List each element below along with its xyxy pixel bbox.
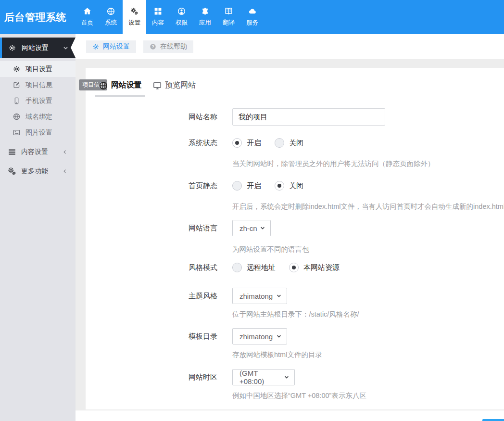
field-help: 位于网站主站根目录下：/static/风格名称/	[232, 310, 504, 319]
bars-icon	[8, 148, 16, 156]
tab-preview-website[interactable]: 预览网站	[153, 80, 196, 97]
field-control: zh-cn	[232, 220, 271, 236]
radio-selected[interactable]	[232, 138, 242, 148]
nav-item-home[interactable]: 首页	[76, 0, 99, 34]
form-footer-bar	[76, 410, 504, 421]
grid-icon	[154, 7, 162, 15]
settings-form: 网站名称 系统状态 开启 关闭	[86, 108, 504, 400]
settings-panel: 网站设置 预览网站 网站名称 系统状态 开启	[86, 68, 504, 409]
template-dir-select[interactable]: zhimatong	[232, 328, 287, 344]
svg-text:?: ?	[151, 44, 154, 49]
field-label: 风格模式	[86, 263, 232, 272]
field-help: 存放网站模板html文件的目录	[232, 350, 504, 359]
button-label: 网站设置	[103, 42, 130, 51]
radio-option-remote[interactable]: 远程地址	[232, 263, 276, 272]
nav-item-permissions[interactable]: 权限	[170, 0, 193, 34]
button-label: 在线帮助	[160, 42, 187, 51]
radio-option-on[interactable]: 开启	[232, 138, 261, 148]
monitor-icon	[153, 81, 162, 90]
submit-button[interactable]	[482, 419, 504, 421]
field-label: 网站语言	[86, 224, 232, 233]
sidebar-item-more-features[interactable]: 更多功能	[0, 162, 76, 180]
mobile-icon	[13, 97, 20, 104]
chevron-down-icon	[63, 45, 69, 51]
cloud-icon	[248, 7, 256, 15]
chevron-down-icon	[276, 293, 282, 299]
nav-label: 权限	[176, 19, 188, 27]
tab-label: 预览网站	[165, 80, 196, 90]
radio-option-local[interactable]: 本网站资源	[289, 263, 340, 272]
field-help: 当关闭网站时，除管理员之外的用户将无法访问（静态页面除外）	[232, 159, 504, 168]
top-header-bar: 后台管理系统 首页 系统 设置 内容 权限	[0, 0, 504, 34]
radio-selected[interactable]	[289, 263, 299, 272]
field-control: (GMT +08:00)	[232, 369, 295, 385]
sidebar-item-content-settings[interactable]: 内容设置	[0, 143, 76, 161]
nav-label: 首页	[81, 19, 93, 27]
nav-label: 应用	[199, 19, 211, 27]
gear-icon	[13, 65, 20, 73]
radio-label: 关闭	[289, 139, 303, 148]
online-help-button[interactable]: ? 在线帮助	[143, 40, 193, 53]
field-control: zhimatong	[232, 288, 287, 304]
field-control: 远程地址 本网站资源	[232, 263, 353, 272]
field-label: 网站名称	[86, 113, 232, 122]
chevron-down-icon	[276, 333, 282, 339]
sidebar-item-label: 手机设置	[25, 97, 52, 105]
sidebar-item-label: 内容设置	[21, 148, 48, 156]
select-value: zh-cn	[239, 224, 257, 232]
admin-app: 后台管理系统 首页 系统 设置 内容 权限	[0, 0, 504, 421]
nav-item-system[interactable]: 系统	[99, 0, 123, 34]
sidebar-item-image-settings[interactable]: 图片设置	[0, 125, 76, 140]
sidebar-item-project-info[interactable]: 项目信息	[0, 77, 76, 93]
radio-unselected[interactable]	[232, 263, 242, 272]
radio-unselected[interactable]	[275, 138, 284, 148]
site-language-select[interactable]: zh-cn	[232, 220, 271, 236]
nav-label: 设置	[128, 19, 140, 27]
radio-option-on[interactable]: 开启	[232, 181, 261, 191]
nav-item-apps[interactable]: 应用	[193, 0, 217, 34]
form-row-site-name: 网站名称	[86, 108, 504, 126]
field-control: zhimatong	[232, 328, 287, 344]
radio-label: 关闭	[289, 181, 303, 191]
edit-icon	[13, 81, 20, 89]
field-label: 首页静态	[86, 181, 232, 191]
website-settings-button[interactable]: 网站设置	[86, 40, 136, 53]
form-row-system-status: 系统状态 开启 关闭	[86, 138, 504, 148]
sidebar-item-mobile-settings[interactable]: 手机设置	[0, 93, 76, 109]
radio-label: 开启	[247, 181, 261, 191]
radio-option-off[interactable]: 关闭	[275, 138, 303, 148]
select-value: zhimatong	[239, 332, 273, 341]
nav-item-translate[interactable]: 翻译	[217, 0, 240, 34]
radio-option-off[interactable]: 关闭	[275, 181, 303, 191]
translate-icon	[225, 7, 233, 15]
tab-website-settings[interactable]: 网站设置	[95, 80, 145, 97]
sidebar-item-project-settings[interactable]: 项目设置	[0, 61, 76, 77]
app-title: 后台管理系统	[0, 0, 76, 34]
nav-label: 服务	[246, 19, 258, 27]
nav-label: 系统	[105, 19, 117, 27]
field-help: 例如中国地区选择“GMT +08:00”表示东八区	[232, 391, 504, 400]
theme-select[interactable]: zhimatong	[232, 288, 287, 304]
nav-item-settings[interactable]: 设置	[123, 0, 146, 34]
field-help: 开启后，系统会定时删除index.html文件，当有人访问首页时才会自动生成新的…	[232, 202, 504, 211]
nav-item-content[interactable]: 内容	[146, 0, 170, 34]
tab-label: 网站设置	[111, 80, 142, 90]
cogs-icon	[130, 7, 139, 15]
radio-selected[interactable]	[275, 181, 284, 191]
sidebar-item-domain-binding[interactable]: 域名绑定	[0, 109, 76, 125]
select-value: zhimatong	[239, 292, 273, 300]
sidebar-item-website-settings[interactable]: 网站设置	[0, 38, 76, 58]
image-icon	[13, 129, 20, 136]
sidebar-item-label: 项目信息	[25, 81, 52, 89]
sidebar-submenu: 项目设置 项目信息 手机设置 域名绑定 图片设置	[0, 61, 76, 140]
home-icon	[83, 7, 91, 15]
site-name-input[interactable]	[232, 108, 385, 126]
sidebar: 网站设置 项目设置 项目信息 手机设置 域名绑定 图片设置	[0, 34, 76, 421]
sidebar-item-label: 更多功能	[21, 167, 48, 176]
top-nav: 首页 系统 设置 内容 权限 应用	[76, 0, 264, 34]
sidebar-item-label: 项目设置	[25, 65, 52, 74]
radio-unselected[interactable]	[232, 181, 242, 191]
radio-label: 开启	[247, 139, 261, 148]
timezone-select[interactable]: (GMT +08:00)	[232, 369, 295, 385]
nav-item-services[interactable]: 服务	[240, 0, 264, 34]
